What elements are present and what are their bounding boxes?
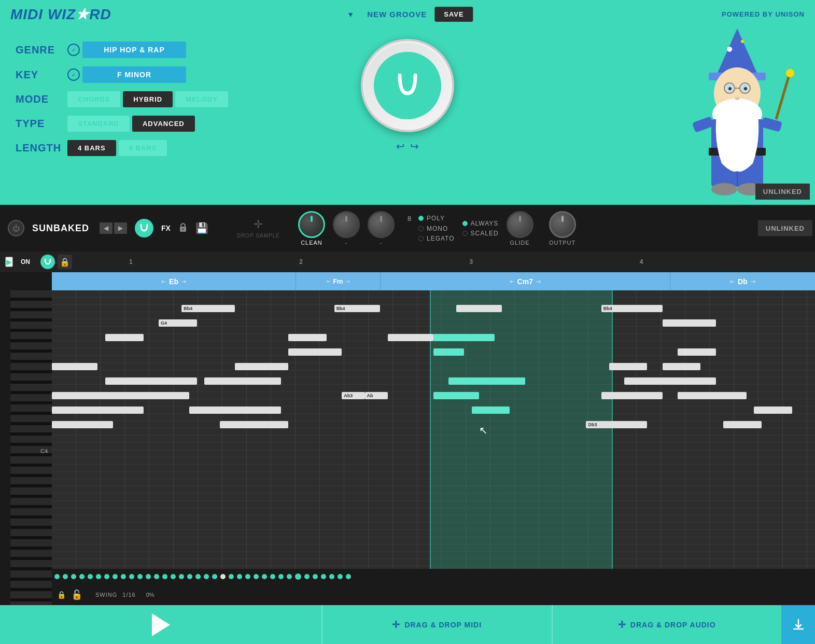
chord-db[interactable]: ⇤ Db ⇥ <box>670 272 815 290</box>
swing-dot-12[interactable] <box>146 574 151 579</box>
drag-midi-section[interactable]: ✛ DRAG & DROP MIDI <box>321 605 552 644</box>
note-bb4-1[interactable]: Bb4 <box>181 305 235 312</box>
unison-small-logo[interactable] <box>135 219 153 237</box>
note-g4[interactable]: G4 <box>159 319 197 327</box>
note-16[interactable] <box>601 392 663 399</box>
swing-dot-19[interactable] <box>204 574 209 579</box>
key-dropdown[interactable]: ✓ F MINOR <box>67 66 186 83</box>
swing-dot-26[interactable] <box>270 574 275 579</box>
note-hl-5[interactable] <box>472 407 510 414</box>
swing-dot-5[interactable] <box>88 574 93 579</box>
swing-dot-18[interactable] <box>195 574 201 579</box>
swing-dot-24[interactable] <box>254 574 259 579</box>
swing-dot-large[interactable] <box>295 573 301 580</box>
unison-roll-icon[interactable] <box>40 255 55 269</box>
note-hl-3[interactable] <box>448 377 525 385</box>
roll-play-button[interactable]: ▶ <box>5 257 13 267</box>
note-bb4-3[interactable] <box>456 305 502 312</box>
swing-dot-22[interactable] <box>237 574 242 579</box>
note-hl-1[interactable] <box>433 334 495 341</box>
note-bb4-4[interactable]: Bb4 <box>601 305 663 312</box>
note-5[interactable] <box>52 407 144 414</box>
note-hl-2[interactable] <box>433 348 464 356</box>
note-13[interactable] <box>220 421 288 428</box>
knob3[interactable] <box>368 211 395 238</box>
note-4[interactable] <box>52 392 189 399</box>
save-button[interactable]: SAVE <box>434 7 473 22</box>
glide-knob[interactable] <box>507 211 533 238</box>
swing-dot-31[interactable] <box>321 574 326 579</box>
swing-dot-16[interactable] <box>179 574 184 579</box>
note-7[interactable] <box>288 334 327 341</box>
unlinked-synth-button[interactable]: UNLINKED <box>758 220 812 236</box>
swing-dot-7[interactable] <box>104 574 109 579</box>
note-12[interactable] <box>189 407 281 414</box>
note-20[interactable] <box>663 377 716 385</box>
swing-dot-32[interactable] <box>329 574 334 579</box>
note-1[interactable] <box>105 334 144 341</box>
knob2[interactable] <box>333 211 360 238</box>
note-8[interactable] <box>288 348 342 356</box>
swing-dot-white[interactable] <box>220 574 226 579</box>
swing-dot-10[interactable] <box>129 574 134 579</box>
download-button[interactable] <box>781 605 815 644</box>
note-10[interactable] <box>235 363 288 370</box>
mode-melody-button[interactable]: MELODY <box>175 91 228 107</box>
length-4bars-button[interactable]: 4 BARS <box>67 140 116 156</box>
note-23[interactable] <box>754 407 792 414</box>
swing-dot-13[interactable] <box>154 574 159 579</box>
swing-dot-15[interactable] <box>171 574 176 579</box>
poly-dot[interactable] <box>418 216 424 221</box>
swing-dot-11[interactable] <box>137 574 143 579</box>
output-knob[interactable] <box>549 211 576 238</box>
chord-fm[interactable]: ⇤ Fm ⇥ <box>296 272 381 290</box>
genre-dropdown[interactable]: ✓ HIP HOP & RAP <box>67 41 186 58</box>
note-22[interactable] <box>723 421 762 428</box>
swing-dot-2[interactable] <box>63 574 68 579</box>
swing-dot-30[interactable] <box>313 574 318 579</box>
always-dot[interactable] <box>462 221 468 226</box>
note-3[interactable] <box>105 377 197 385</box>
note-2[interactable] <box>52 363 97 370</box>
note-18[interactable] <box>678 348 716 356</box>
swing-dot-29[interactable] <box>304 574 310 579</box>
note-19[interactable] <box>663 363 701 370</box>
unison-logo-circle[interactable] <box>361 39 454 132</box>
drop-sample-area[interactable]: ✛ DROP SAMPLE <box>237 218 280 239</box>
note-hl-4[interactable] <box>433 392 479 399</box>
note-ab[interactable]: Ab <box>365 392 388 399</box>
swing-dot-3[interactable] <box>71 574 76 579</box>
note-11[interactable] <box>204 377 280 385</box>
swing-dot-4[interactable] <box>79 574 85 579</box>
swing-dot-28[interactable] <box>287 574 292 579</box>
legato-dot[interactable] <box>418 236 424 241</box>
redo-button[interactable]: ↪ <box>410 140 419 152</box>
unlinked-button[interactable]: UNLINKED <box>755 184 810 200</box>
chord-eb[interactable]: ⇤ Eb ⇥ <box>52 272 296 290</box>
next-preset-button[interactable]: ▶ <box>114 222 127 234</box>
swing-dot-1[interactable] <box>54 574 60 579</box>
note-db3[interactable]: Db3 <box>586 421 647 428</box>
power-button[interactable]: ⏻ <box>8 220 24 236</box>
chord-cm7[interactable]: ⇤ Cm7 ⇥ <box>381 272 670 290</box>
note-6[interactable] <box>52 421 113 428</box>
swing-dot-9[interactable] <box>121 574 126 579</box>
big-play-button[interactable] <box>147 610 175 639</box>
swing-dot-14[interactable] <box>162 574 167 579</box>
swing-dot-21[interactable] <box>229 574 234 579</box>
swing-dot-8[interactable] <box>113 574 118 579</box>
note-9[interactable] <box>388 334 433 341</box>
scaled-dot[interactable] <box>462 231 468 236</box>
mode-chords-button[interactable]: CHORDS <box>67 91 120 107</box>
type-advanced-button[interactable]: ADVANCED <box>132 116 195 132</box>
note-14[interactable] <box>609 363 648 370</box>
note-17[interactable] <box>663 319 716 327</box>
lock-roll-icon[interactable]: 🔒 <box>58 255 72 269</box>
prev-preset-button[interactable]: ◀ <box>100 222 113 234</box>
mono-dot[interactable] <box>418 226 424 231</box>
note-ab3-1[interactable]: Ab3 <box>342 392 364 399</box>
mode-hybrid-button[interactable]: HYBRID <box>123 91 173 107</box>
note-21[interactable] <box>678 392 746 399</box>
swing-dot-20[interactable] <box>212 574 217 579</box>
drag-audio-section[interactable]: ✛ DRAG & DROP AUDIO <box>552 605 782 644</box>
